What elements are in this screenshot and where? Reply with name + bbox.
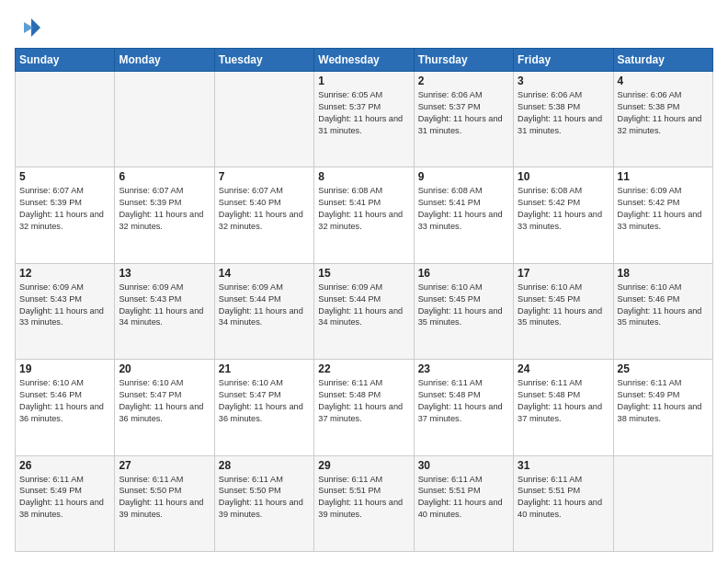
calendar-cell: 16Sunrise: 6:10 AM Sunset: 5:45 PM Dayli… bbox=[414, 263, 513, 359]
day-info: Sunrise: 6:05 AM Sunset: 5:37 PM Dayligh… bbox=[318, 89, 409, 137]
day-info: Sunrise: 6:11 AM Sunset: 5:50 PM Dayligh… bbox=[119, 474, 210, 522]
calendar-cell: 28Sunrise: 6:11 AM Sunset: 5:50 PM Dayli… bbox=[214, 455, 313, 551]
day-number: 29 bbox=[318, 459, 409, 472]
header bbox=[15, 11, 713, 40]
calendar-cell: 13Sunrise: 6:09 AM Sunset: 5:43 PM Dayli… bbox=[115, 263, 214, 359]
calendar-week-row: 5Sunrise: 6:07 AM Sunset: 5:39 PM Daylig… bbox=[16, 167, 713, 263]
calendar-week-row: 19Sunrise: 6:10 AM Sunset: 5:46 PM Dayli… bbox=[16, 360, 713, 455]
day-number: 7 bbox=[219, 170, 310, 183]
calendar-week-row: 12Sunrise: 6:09 AM Sunset: 5:43 PM Dayli… bbox=[16, 263, 713, 359]
calendar-cell bbox=[613, 455, 712, 551]
day-info: Sunrise: 6:08 AM Sunset: 5:42 PM Dayligh… bbox=[518, 185, 609, 233]
day-number: 9 bbox=[418, 170, 509, 183]
day-info: Sunrise: 6:10 AM Sunset: 5:45 PM Dayligh… bbox=[418, 282, 509, 329]
day-number: 2 bbox=[418, 75, 509, 87]
day-info: Sunrise: 6:08 AM Sunset: 5:41 PM Dayligh… bbox=[318, 185, 409, 233]
day-number: 16 bbox=[418, 267, 509, 280]
day-info: Sunrise: 6:11 AM Sunset: 5:48 PM Dayligh… bbox=[518, 377, 609, 425]
logo-icon bbox=[15, 15, 40, 40]
calendar-cell: 25Sunrise: 6:11 AM Sunset: 5:49 PM Dayli… bbox=[613, 360, 712, 455]
weekday-header-sunday: Sunday bbox=[16, 49, 115, 72]
day-info: Sunrise: 6:09 AM Sunset: 5:42 PM Dayligh… bbox=[618, 185, 709, 233]
day-info: Sunrise: 6:06 AM Sunset: 5:37 PM Dayligh… bbox=[418, 89, 509, 137]
day-info: Sunrise: 6:11 AM Sunset: 5:50 PM Dayligh… bbox=[219, 474, 310, 522]
calendar-week-row: 1Sunrise: 6:05 AM Sunset: 5:37 PM Daylig… bbox=[16, 72, 713, 167]
calendar-cell: 7Sunrise: 6:07 AM Sunset: 5:40 PM Daylig… bbox=[214, 167, 313, 263]
calendar-cell: 5Sunrise: 6:07 AM Sunset: 5:39 PM Daylig… bbox=[16, 167, 115, 263]
day-number: 30 bbox=[418, 459, 509, 472]
page: SundayMondayTuesdayWednesdayThursdayFrid… bbox=[0, 0, 728, 563]
day-info: Sunrise: 6:06 AM Sunset: 5:38 PM Dayligh… bbox=[618, 89, 709, 137]
day-info: Sunrise: 6:07 AM Sunset: 5:40 PM Dayligh… bbox=[219, 185, 310, 233]
day-number: 31 bbox=[518, 459, 609, 472]
calendar-cell: 26Sunrise: 6:11 AM Sunset: 5:49 PM Dayli… bbox=[16, 455, 115, 551]
calendar-cell: 29Sunrise: 6:11 AM Sunset: 5:51 PM Dayli… bbox=[314, 455, 414, 551]
day-number: 13 bbox=[119, 267, 210, 280]
calendar-cell: 15Sunrise: 6:09 AM Sunset: 5:44 PM Dayli… bbox=[314, 263, 414, 359]
weekday-header-tuesday: Tuesday bbox=[214, 49, 313, 72]
day-number: 5 bbox=[19, 170, 110, 183]
day-number: 20 bbox=[119, 362, 210, 375]
calendar-cell: 23Sunrise: 6:11 AM Sunset: 5:48 PM Dayli… bbox=[414, 360, 513, 455]
calendar-week-row: 26Sunrise: 6:11 AM Sunset: 5:49 PM Dayli… bbox=[16, 455, 713, 551]
day-number: 3 bbox=[518, 75, 609, 87]
weekday-header-friday: Friday bbox=[514, 49, 613, 72]
calendar-body: 1Sunrise: 6:05 AM Sunset: 5:37 PM Daylig… bbox=[16, 72, 713, 552]
calendar-cell: 10Sunrise: 6:08 AM Sunset: 5:42 PM Dayli… bbox=[514, 167, 613, 263]
day-info: Sunrise: 6:06 AM Sunset: 5:38 PM Dayligh… bbox=[518, 89, 609, 137]
day-number: 24 bbox=[518, 362, 609, 375]
day-number: 6 bbox=[119, 170, 210, 183]
calendar-cell: 30Sunrise: 6:11 AM Sunset: 5:51 PM Dayli… bbox=[414, 455, 513, 551]
calendar-cell: 19Sunrise: 6:10 AM Sunset: 5:46 PM Dayli… bbox=[16, 360, 115, 455]
calendar-cell bbox=[115, 72, 214, 167]
day-number: 1 bbox=[318, 75, 409, 87]
calendar-cell: 27Sunrise: 6:11 AM Sunset: 5:50 PM Dayli… bbox=[115, 455, 214, 551]
calendar-cell: 21Sunrise: 6:10 AM Sunset: 5:47 PM Dayli… bbox=[214, 360, 313, 455]
day-number: 10 bbox=[518, 170, 609, 183]
day-info: Sunrise: 6:09 AM Sunset: 5:44 PM Dayligh… bbox=[219, 282, 310, 329]
calendar-cell: 3Sunrise: 6:06 AM Sunset: 5:38 PM Daylig… bbox=[514, 72, 613, 167]
calendar-cell: 17Sunrise: 6:10 AM Sunset: 5:45 PM Dayli… bbox=[514, 263, 613, 359]
calendar-cell: 11Sunrise: 6:09 AM Sunset: 5:42 PM Dayli… bbox=[613, 167, 712, 263]
day-number: 15 bbox=[318, 267, 409, 280]
calendar-cell bbox=[16, 72, 115, 167]
day-number: 28 bbox=[219, 459, 310, 472]
day-number: 26 bbox=[19, 459, 110, 472]
calendar-cell: 9Sunrise: 6:08 AM Sunset: 5:41 PM Daylig… bbox=[414, 167, 513, 263]
day-info: Sunrise: 6:11 AM Sunset: 5:48 PM Dayligh… bbox=[318, 377, 409, 425]
day-info: Sunrise: 6:11 AM Sunset: 5:49 PM Dayligh… bbox=[618, 377, 709, 425]
day-number: 19 bbox=[19, 362, 110, 375]
day-number: 14 bbox=[219, 267, 310, 280]
day-info: Sunrise: 6:11 AM Sunset: 5:51 PM Dayligh… bbox=[418, 474, 509, 522]
day-info: Sunrise: 6:11 AM Sunset: 5:48 PM Dayligh… bbox=[418, 377, 509, 425]
day-number: 23 bbox=[418, 362, 509, 375]
day-number: 8 bbox=[318, 170, 409, 183]
day-number: 11 bbox=[618, 170, 709, 183]
calendar-header: SundayMondayTuesdayWednesdayThursdayFrid… bbox=[16, 49, 713, 72]
day-info: Sunrise: 6:11 AM Sunset: 5:51 PM Dayligh… bbox=[518, 474, 609, 522]
calendar-cell: 6Sunrise: 6:07 AM Sunset: 5:39 PM Daylig… bbox=[115, 167, 214, 263]
day-info: Sunrise: 6:11 AM Sunset: 5:49 PM Dayligh… bbox=[19, 474, 110, 522]
calendar-cell: 18Sunrise: 6:10 AM Sunset: 5:46 PM Dayli… bbox=[613, 263, 712, 359]
weekday-header-wednesday: Wednesday bbox=[314, 49, 414, 72]
calendar-cell: 8Sunrise: 6:08 AM Sunset: 5:41 PM Daylig… bbox=[314, 167, 414, 263]
calendar-cell: 22Sunrise: 6:11 AM Sunset: 5:48 PM Dayli… bbox=[314, 360, 414, 455]
day-info: Sunrise: 6:08 AM Sunset: 5:41 PM Dayligh… bbox=[418, 185, 509, 233]
calendar: SundayMondayTuesdayWednesdayThursdayFrid… bbox=[15, 48, 713, 552]
day-info: Sunrise: 6:09 AM Sunset: 5:43 PM Dayligh… bbox=[119, 282, 210, 329]
day-info: Sunrise: 6:10 AM Sunset: 5:45 PM Dayligh… bbox=[518, 282, 609, 329]
weekday-header-thursday: Thursday bbox=[414, 49, 513, 72]
day-info: Sunrise: 6:10 AM Sunset: 5:47 PM Dayligh… bbox=[219, 377, 310, 425]
day-number: 17 bbox=[518, 267, 609, 280]
weekday-header-monday: Monday bbox=[115, 49, 214, 72]
day-info: Sunrise: 6:07 AM Sunset: 5:39 PM Dayligh… bbox=[119, 185, 210, 233]
day-number: 18 bbox=[618, 267, 709, 280]
calendar-cell: 2Sunrise: 6:06 AM Sunset: 5:37 PM Daylig… bbox=[414, 72, 513, 167]
day-number: 12 bbox=[19, 267, 110, 280]
day-info: Sunrise: 6:10 AM Sunset: 5:46 PM Dayligh… bbox=[19, 377, 110, 425]
calendar-cell: 12Sunrise: 6:09 AM Sunset: 5:43 PM Dayli… bbox=[16, 263, 115, 359]
calendar-cell: 1Sunrise: 6:05 AM Sunset: 5:37 PM Daylig… bbox=[314, 72, 414, 167]
day-info: Sunrise: 6:09 AM Sunset: 5:44 PM Dayligh… bbox=[318, 282, 409, 329]
calendar-cell bbox=[214, 72, 313, 167]
day-number: 25 bbox=[618, 362, 709, 375]
